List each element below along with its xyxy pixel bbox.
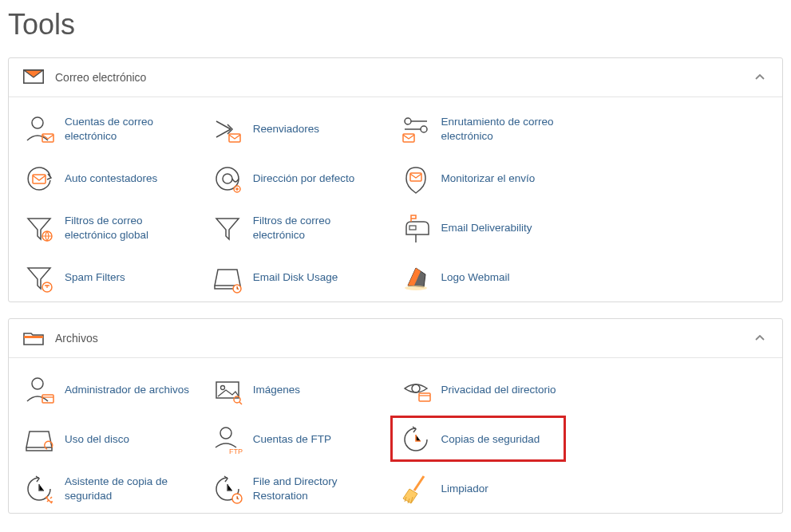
tool-label: Logo Webmail bbox=[441, 270, 510, 285]
svg-rect-3 bbox=[229, 134, 240, 142]
panel-title-files: Archivos bbox=[55, 332, 98, 345]
forwarders-icon bbox=[212, 113, 243, 145]
disk-usage-icon bbox=[23, 424, 55, 455]
tool-label: File and Directory Restoration bbox=[253, 475, 381, 502]
track-delivery-icon bbox=[400, 163, 432, 195]
disk-usage-icon bbox=[212, 262, 243, 294]
panel-title-email: Correo electrónico bbox=[55, 71, 146, 84]
tool-label: Email Deliverability bbox=[441, 221, 532, 235]
tool-label: Administrador de archivos bbox=[65, 383, 189, 397]
ftp-icon: FTP bbox=[212, 424, 243, 455]
tool-label: Email Disk Usage bbox=[253, 270, 338, 285]
svg-point-9 bbox=[223, 174, 232, 183]
svg-point-5 bbox=[421, 126, 427, 132]
routing-icon bbox=[400, 113, 432, 145]
file-manager-icon bbox=[23, 374, 55, 406]
tool-default-address[interactable]: Dirección por defecto bbox=[212, 161, 392, 196]
panel-body-files: Administrador de archivos Imágenes bbox=[9, 357, 782, 513]
svg-point-21 bbox=[220, 386, 224, 390]
restoration-icon bbox=[212, 473, 243, 505]
webmail-icon bbox=[400, 262, 432, 294]
panel-header-email[interactable]: Correo electrónico bbox=[9, 58, 782, 97]
filters-icon bbox=[212, 212, 243, 244]
tool-label: Filtros de correo electrónico bbox=[253, 214, 381, 242]
page-title: Tools bbox=[8, 8, 783, 41]
tool-label: Imágenes bbox=[253, 383, 300, 397]
tool-label: Dirección por defecto bbox=[253, 171, 355, 186]
tool-label: Enrutamiento de correo electrónico bbox=[441, 115, 569, 143]
tool-email-deliverability[interactable]: Email Deliverability bbox=[400, 211, 580, 246]
tool-label: Filtros de correo electrónico global bbox=[65, 214, 192, 242]
tool-file-restoration[interactable]: File and Directory Restoration bbox=[212, 471, 392, 506]
svg-point-23 bbox=[412, 384, 420, 392]
svg-point-27 bbox=[46, 496, 48, 498]
tool-cleaner[interactable]: Limpiador bbox=[400, 471, 580, 506]
svg-point-25 bbox=[220, 428, 231, 439]
spam-filter-icon bbox=[23, 262, 55, 294]
chevron-up-icon[interactable] bbox=[752, 69, 768, 85]
svg-point-22 bbox=[234, 396, 240, 403]
svg-point-16 bbox=[405, 286, 427, 290]
mailbox-icon bbox=[400, 212, 432, 244]
images-icon bbox=[212, 374, 243, 406]
tool-track-delivery[interactable]: Monitorizar el envío bbox=[400, 161, 580, 196]
tool-label: Copias de seguridad bbox=[441, 432, 540, 447]
tool-forwarders[interactable]: Reenviadores bbox=[212, 112, 392, 147]
tool-label: Privacidad del directorio bbox=[441, 383, 556, 397]
svg-rect-17 bbox=[24, 336, 43, 338]
tool-label: Spam Filters bbox=[65, 270, 125, 285]
tool-backup-wizard[interactable]: Asistente de copia de seguridad bbox=[23, 471, 204, 506]
folder-icon bbox=[23, 330, 44, 346]
tool-label: Uso del disco bbox=[65, 432, 129, 447]
panel-header-files[interactable]: Archivos bbox=[9, 319, 782, 357]
privacy-icon bbox=[400, 374, 432, 406]
svg-point-1 bbox=[32, 117, 43, 128]
tool-email-accounts[interactable]: Cuentas de correo electrónico bbox=[23, 112, 204, 147]
tool-spam-filters[interactable]: Spam Filters bbox=[23, 260, 204, 295]
mail-icon bbox=[23, 69, 44, 85]
tool-webmail[interactable]: Logo Webmail bbox=[400, 260, 580, 295]
tool-label: Monitorizar el envío bbox=[441, 171, 536, 186]
panel-body-email: Cuentas de correo electrónico Reenviador… bbox=[9, 97, 782, 301]
svg-rect-7 bbox=[33, 175, 45, 183]
tool-email-routing[interactable]: Enrutamiento de correo electrónico bbox=[400, 112, 580, 147]
tool-label: Auto contestadores bbox=[65, 171, 157, 186]
at-icon bbox=[212, 163, 243, 195]
svg-rect-11 bbox=[410, 173, 421, 181]
svg-rect-6 bbox=[403, 134, 414, 142]
tool-images[interactable]: Imágenes bbox=[212, 372, 392, 408]
global-filters-icon bbox=[23, 212, 55, 244]
tool-email-filters[interactable]: Filtros de correo electrónico bbox=[212, 211, 392, 246]
svg-point-4 bbox=[405, 118, 411, 124]
panel-files: Archivos Administrador de archivos bbox=[8, 318, 783, 514]
email-accounts-icon bbox=[23, 113, 55, 145]
broom-icon bbox=[400, 473, 432, 505]
tool-disk-usage[interactable]: Uso del disco bbox=[23, 422, 204, 457]
tool-email-disk-usage[interactable]: Email Disk Usage bbox=[212, 260, 392, 295]
panel-email: Correo electrónico Cuentas de correo ele… bbox=[8, 57, 783, 302]
svg-text:FTP: FTP bbox=[229, 447, 243, 455]
tool-label: Cuentas de correo electrónico bbox=[65, 115, 192, 143]
tool-label: Limpiador bbox=[441, 482, 488, 496]
backup-wizard-icon bbox=[23, 473, 55, 505]
svg-rect-24 bbox=[419, 393, 430, 401]
autoresponders-icon bbox=[23, 163, 55, 195]
tool-file-manager[interactable]: Administrador de archivos bbox=[23, 372, 204, 408]
tool-global-filters[interactable]: Filtros de correo electrónico global bbox=[23, 211, 204, 246]
svg-point-18 bbox=[32, 378, 43, 389]
svg-point-28 bbox=[51, 501, 53, 502]
tool-label: Asistente de copia de seguridad bbox=[65, 475, 192, 502]
svg-rect-13 bbox=[409, 226, 416, 230]
tool-autoresponders[interactable]: Auto contestadores bbox=[23, 161, 204, 196]
tool-label: Reenviadores bbox=[253, 122, 319, 136]
tool-backup[interactable]: Copias de seguridad bbox=[400, 422, 580, 457]
chevron-up-icon[interactable] bbox=[752, 330, 768, 346]
backup-icon bbox=[400, 424, 432, 455]
tool-ftp-accounts[interactable]: FTP Cuentas de FTP bbox=[212, 422, 392, 457]
tool-label: Cuentas de FTP bbox=[253, 432, 331, 447]
tool-directory-privacy[interactable]: Privacidad del directorio bbox=[400, 372, 580, 408]
